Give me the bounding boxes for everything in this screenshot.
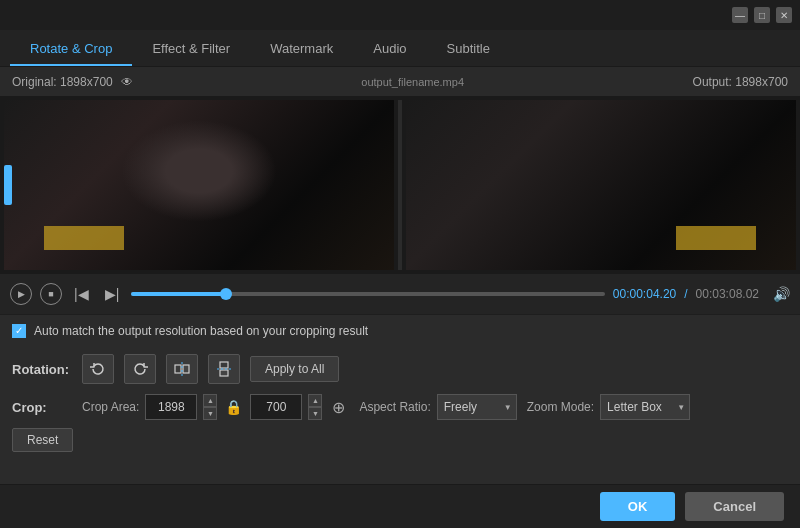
svg-rect-0 bbox=[175, 365, 181, 373]
preview-left bbox=[4, 100, 394, 270]
tab-bar: Rotate & Crop Effect & Filter Watermark … bbox=[0, 30, 800, 66]
total-time: 00:03:08.02 bbox=[696, 287, 759, 301]
svg-rect-4 bbox=[220, 370, 228, 376]
reset-row: Reset bbox=[12, 428, 788, 452]
svg-rect-3 bbox=[220, 362, 228, 368]
info-bar: Original: 1898x700 👁 output_filename.mp4… bbox=[0, 66, 800, 96]
tab-audio[interactable]: Audio bbox=[353, 33, 426, 66]
flip-v-icon bbox=[216, 361, 232, 377]
zoom-mode-wrapper: Letter Box Pan & Scan Full bbox=[600, 394, 690, 420]
crop-left-handle[interactable] bbox=[4, 165, 12, 205]
rotation-label: Rotation: bbox=[12, 362, 72, 377]
aspect-ratio-select[interactable]: Freely Original 16:9 4:3 1:1 9:16 bbox=[437, 394, 517, 420]
timeline-bar[interactable] bbox=[131, 292, 605, 296]
timeline-progress bbox=[131, 292, 226, 296]
flip-h-icon bbox=[174, 361, 190, 377]
maximize-button[interactable]: □ bbox=[754, 7, 770, 23]
height-spinbox: ▲ ▼ bbox=[308, 394, 322, 420]
timeline-thumb[interactable] bbox=[220, 288, 232, 300]
stop-button[interactable]: ■ bbox=[40, 283, 62, 305]
volume-icon[interactable]: 🔊 bbox=[773, 286, 790, 302]
tab-subtitle[interactable]: Subtitle bbox=[427, 33, 510, 66]
lock-icon[interactable]: 🔒 bbox=[223, 399, 244, 415]
prev-frame-button[interactable]: |◀ bbox=[70, 284, 93, 304]
rotate-ccw-button[interactable] bbox=[82, 354, 114, 384]
preview-area bbox=[0, 96, 800, 274]
zoom-mode-section: Zoom Mode: Letter Box Pan & Scan Full bbox=[527, 394, 690, 420]
rotate-ccw-icon bbox=[90, 361, 106, 377]
output-size-label: Output: 1898x700 bbox=[693, 75, 788, 89]
width-up-arrow[interactable]: ▲ bbox=[203, 394, 217, 407]
next-frame-button[interactable]: ▶| bbox=[101, 284, 124, 304]
crop-center-icon[interactable]: ⊕ bbox=[332, 398, 345, 417]
auto-match-row: ✓ Auto match the output resolution based… bbox=[0, 314, 800, 346]
aspect-ratio-label: Aspect Ratio: bbox=[359, 400, 430, 414]
original-size-label: Original: 1898x700 bbox=[12, 75, 113, 89]
close-button[interactable]: ✕ bbox=[776, 7, 792, 23]
controls-area: Rotation: bbox=[0, 346, 800, 460]
flip-horizontal-button[interactable] bbox=[166, 354, 198, 384]
reset-button[interactable]: Reset bbox=[12, 428, 73, 452]
flip-vertical-button[interactable] bbox=[208, 354, 240, 384]
playback-bar: ▶ ■ |◀ ▶| 00:00:04.20 / 00:03:08.02 🔊 bbox=[0, 274, 800, 314]
cancel-button[interactable]: Cancel bbox=[685, 492, 784, 521]
svg-rect-1 bbox=[183, 365, 189, 373]
auto-match-label: Auto match the output resolution based o… bbox=[34, 324, 368, 338]
aspect-ratio-wrapper: Freely Original 16:9 4:3 1:1 9:16 bbox=[437, 394, 517, 420]
width-down-arrow[interactable]: ▼ bbox=[203, 407, 217, 420]
height-down-arrow[interactable]: ▼ bbox=[308, 407, 322, 420]
time-separator: / bbox=[684, 287, 687, 301]
title-bar: — □ ✕ bbox=[0, 0, 800, 30]
preview-divider bbox=[398, 100, 402, 270]
preview-right bbox=[406, 100, 796, 270]
ok-button[interactable]: OK bbox=[600, 492, 676, 521]
footer: OK Cancel bbox=[0, 484, 800, 528]
crop-height-input[interactable] bbox=[250, 394, 302, 420]
filename-label: output_filename.mp4 bbox=[133, 76, 693, 88]
play-button[interactable]: ▶ bbox=[10, 283, 32, 305]
rotate-cw-icon bbox=[132, 361, 148, 377]
minimize-button[interactable]: — bbox=[732, 7, 748, 23]
crop-area-label: Crop Area: bbox=[82, 400, 139, 414]
current-time: 00:00:04.20 bbox=[613, 287, 676, 301]
eye-icon[interactable]: 👁 bbox=[121, 75, 133, 89]
aspect-ratio-section: Aspect Ratio: Freely Original 16:9 4:3 1… bbox=[359, 394, 516, 420]
width-spinbox: ▲ ▼ bbox=[203, 394, 217, 420]
crop-area-section: Crop Area: ▲ ▼ 🔒 ▲ ▼ ⊕ bbox=[82, 394, 349, 420]
crop-label: Crop: bbox=[12, 400, 72, 415]
zoom-mode-label: Zoom Mode: bbox=[527, 400, 594, 414]
tab-watermark[interactable]: Watermark bbox=[250, 33, 353, 66]
crop-width-input[interactable] bbox=[145, 394, 197, 420]
tab-effect-filter[interactable]: Effect & Filter bbox=[132, 33, 250, 66]
tab-rotate-crop[interactable]: Rotate & Crop bbox=[10, 33, 132, 66]
auto-match-checkbox[interactable]: ✓ bbox=[12, 324, 26, 338]
video-frame-right bbox=[406, 100, 796, 270]
zoom-mode-select[interactable]: Letter Box Pan & Scan Full bbox=[600, 394, 690, 420]
crop-row: Crop: Crop Area: ▲ ▼ 🔒 ▲ ▼ ⊕ Aspect Rati… bbox=[12, 394, 788, 420]
apply-to-all-button[interactable]: Apply to All bbox=[250, 356, 339, 382]
rotate-cw-button[interactable] bbox=[124, 354, 156, 384]
rotation-row: Rotation: bbox=[12, 354, 788, 384]
height-up-arrow[interactable]: ▲ bbox=[308, 394, 322, 407]
video-frame-left bbox=[4, 100, 394, 270]
